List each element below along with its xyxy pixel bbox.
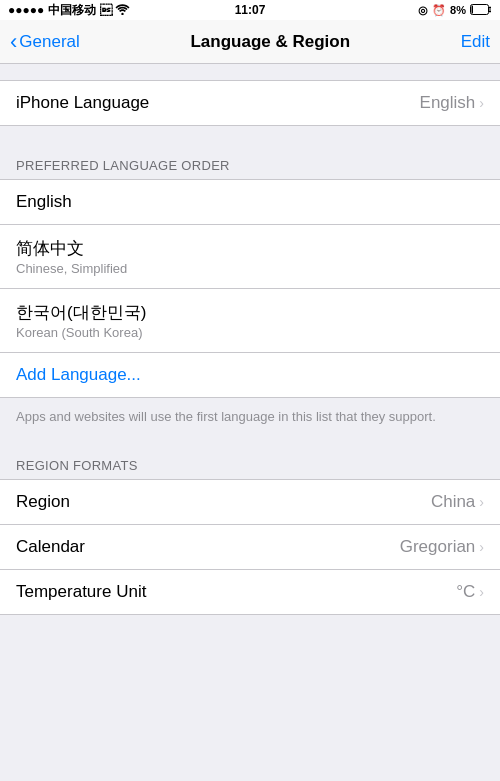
preferred-language-section: PREFERRED LANGUAGE ORDER English 简体中文 Ch… (0, 142, 500, 442)
region-value-group: China › (431, 492, 484, 512)
temperature-chevron-icon: › (479, 584, 484, 600)
language-item-korean[interactable]: 한국어(대한민국) Korean (South Korea) (0, 289, 500, 353)
language-english-title: English (16, 192, 72, 212)
preferred-language-header: PREFERRED LANGUAGE ORDER (0, 142, 500, 179)
location-icon: ◎ (418, 4, 428, 17)
region-item[interactable]: Region China › (0, 480, 500, 525)
back-button[interactable]: ‹ General (10, 31, 80, 53)
iphone-language-value: English (420, 93, 476, 113)
region-formats-section: REGION FORMATS Region China › Calendar G… (0, 442, 500, 615)
region-formats-list: Region China › Calendar Gregorian › Temp… (0, 479, 500, 615)
gap-2 (0, 126, 500, 142)
calendar-item[interactable]: Calendar Gregorian › (0, 525, 500, 570)
calendar-label: Calendar (16, 537, 85, 557)
edit-button[interactable]: Edit (461, 32, 490, 52)
temperature-label: Temperature Unit (16, 582, 146, 602)
iphone-language-section: iPhone Language English › (0, 80, 500, 126)
back-label: General (19, 32, 79, 52)
region-formats-header: REGION FORMATS (0, 442, 500, 479)
svg-rect-1 (471, 4, 489, 14)
temperature-value-group: °C › (456, 582, 484, 602)
language-korean-subtitle: Korean (South Korea) (16, 325, 146, 340)
svg-point-0 (121, 12, 123, 14)
iphone-language-label: iPhone Language (16, 93, 149, 113)
temperature-item[interactable]: Temperature Unit °C › (0, 570, 500, 614)
carrier-text: ●●●●● 中国移动 (8, 2, 96, 19)
language-item-english[interactable]: English (0, 180, 500, 225)
preferred-language-list: English 简体中文 Chinese, Simplified 한국어(대한민… (0, 179, 500, 398)
nav-title: Language & Region (190, 32, 350, 52)
add-language-item[interactable]: Add Language... (0, 353, 500, 397)
gap-1 (0, 64, 500, 80)
status-bar: ●●●●● 中国移动  11:07 ◎ ⏰ 8% (0, 0, 500, 20)
back-chevron-icon: ‹ (10, 31, 17, 53)
region-chevron-icon: › (479, 494, 484, 510)
temperature-value: °C (456, 582, 475, 602)
language-item-chinese[interactable]: 简体中文 Chinese, Simplified (0, 225, 500, 289)
language-info-text: Apps and websites will use the first lan… (0, 398, 500, 442)
language-item-korean-left: 한국어(대한민국) Korean (South Korea) (16, 301, 146, 340)
iphone-language-chevron-icon: › (479, 95, 484, 111)
status-right: ◎ ⏰ 8% (418, 4, 492, 17)
iphone-language-value-group: English › (420, 93, 484, 113)
region-value: China (431, 492, 475, 512)
region-label: Region (16, 492, 70, 512)
alarm-icon: ⏰ (432, 4, 446, 17)
nav-bar: ‹ General Language & Region Edit (0, 20, 500, 64)
language-korean-title: 한국어(대한민국) (16, 301, 146, 324)
language-item-chinese-left: 简体中文 Chinese, Simplified (16, 237, 127, 276)
calendar-chevron-icon: › (479, 539, 484, 555)
iphone-language-item[interactable]: iPhone Language English › (0, 81, 500, 125)
svg-rect-2 (472, 5, 474, 13)
add-language-label: Add Language... (16, 365, 141, 385)
language-item-english-left: English (16, 192, 72, 212)
calendar-value-group: Gregorian › (400, 537, 484, 557)
language-chinese-subtitle: Chinese, Simplified (16, 261, 127, 276)
status-left: ●●●●● 中国移动  (8, 2, 130, 19)
language-chinese-title: 简体中文 (16, 237, 127, 260)
battery-icon (470, 4, 492, 17)
status-time: 11:07 (235, 3, 266, 17)
wifi-icon:  (100, 3, 130, 18)
calendar-value: Gregorian (400, 537, 476, 557)
battery-text: 8% (450, 4, 466, 16)
